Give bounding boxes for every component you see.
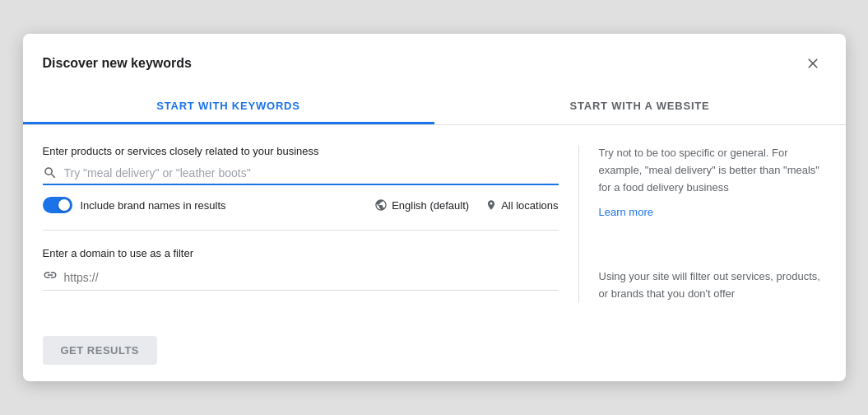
globe-icon <box>374 198 388 212</box>
domain-section: Enter a domain to use as a filter <box>43 247 559 291</box>
left-column: Enter products or services closely relat… <box>43 145 579 303</box>
link-svg-icon <box>43 268 58 282</box>
domain-input[interactable] <box>64 271 559 284</box>
lang-location-group: English (default) All locations <box>374 198 558 212</box>
dialog-body: Enter products or services closely relat… <box>23 125 846 323</box>
close-icon <box>805 55 821 72</box>
search-svg-icon <box>43 166 58 180</box>
link-icon <box>43 268 58 287</box>
location-label: All locations <box>501 199 558 212</box>
dialog-header: Discover new keywords <box>23 34 846 77</box>
location-selector[interactable]: All locations <box>485 199 558 212</box>
domain-hint-text: Using your site will filter out services… <box>599 268 826 303</box>
domain-input-wrap <box>43 268 559 291</box>
dialog-footer: GET RESULTS <box>23 323 846 381</box>
tab-start-with-keywords[interactable]: START WITH KEYWORDS <box>23 90 434 124</box>
tabs-container: START WITH KEYWORDS START WITH A WEBSITE <box>23 90 846 125</box>
get-results-button[interactable]: GET RESULTS <box>43 336 158 365</box>
language-label: English (default) <box>392 199 469 212</box>
right-column: Try not to be too specific or general. F… <box>579 145 826 303</box>
language-selector[interactable]: English (default) <box>374 198 469 212</box>
discover-keywords-dialog: Discover new keywords START WITH KEYWORD… <box>23 34 846 381</box>
section-label-keywords: Enter products or services closely relat… <box>43 145 559 157</box>
hint-text: Try not to be too specific or general. F… <box>599 145 826 196</box>
domain-section-label: Enter a domain to use as a filter <box>43 247 559 259</box>
search-section: Enter products or services closely relat… <box>43 145 559 213</box>
search-icon <box>43 166 58 180</box>
close-button[interactable] <box>800 50 826 77</box>
toggle-slider <box>43 197 72 213</box>
brand-names-row: Include brand names in results English (… <box>43 197 559 213</box>
location-pin-icon <box>485 199 497 211</box>
keyword-search-wrap <box>43 166 559 185</box>
brand-names-label: Include brand names in results <box>81 199 226 212</box>
tab-start-with-website[interactable]: START WITH A WEBSITE <box>434 90 846 124</box>
brand-names-toggle[interactable] <box>43 197 72 213</box>
two-column-layout: Enter products or services closely relat… <box>43 145 826 303</box>
keyword-input[interactable] <box>64 166 559 180</box>
dialog-title: Discover new keywords <box>43 56 192 71</box>
learn-more-link[interactable]: Learn more <box>599 206 653 218</box>
section-divider <box>43 230 559 231</box>
